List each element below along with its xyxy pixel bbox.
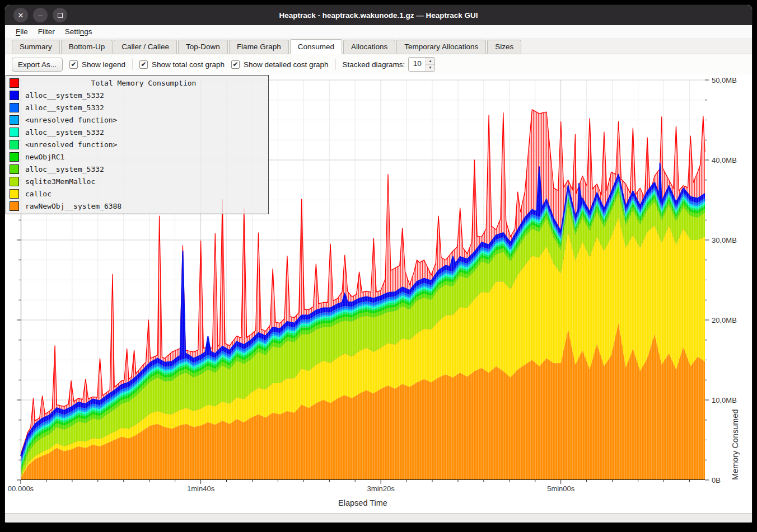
toolbar-separator	[132, 59, 133, 70]
checkbox-label: Show detailed cost graph	[244, 60, 329, 69]
x-axis-tick-label: 1min40s	[176, 484, 226, 493]
tab-top-down[interactable]: Top-Down	[178, 40, 228, 54]
tab-caller-callee[interactable]: Caller / Callee	[114, 40, 177, 54]
show-total-cost-checkbox[interactable]: ✔ Show total cost graph	[139, 60, 225, 69]
window-title: Heaptrack - heaptrack.wakunode.1.gz — He…	[5, 11, 752, 20]
checkbox-label: Show total cost graph	[152, 60, 225, 69]
tab-consumed[interactable]: Consumed	[290, 39, 342, 54]
tab-summary[interactable]: Summary	[12, 40, 60, 54]
legend-item: alloc__system_5332	[6, 163, 268, 175]
legend-swatch	[10, 152, 19, 162]
app-window: ✕ – Heaptrack - heaptrack.wakunode.1.gz …	[4, 4, 753, 523]
tab-allocations[interactable]: Allocations	[343, 40, 395, 54]
legend-item: calloc	[6, 187, 268, 200]
toolbar-separator	[335, 59, 336, 70]
legend-item-label: rawNewObj__system_6388	[25, 202, 122, 210]
show-legend-checkbox[interactable]: ✔ Show legend	[69, 60, 125, 69]
legend-item-label: alloc__system_5332	[25, 128, 104, 136]
legend-item: <unresolved function>	[6, 138, 268, 150]
menu-file[interactable]: File	[11, 26, 33, 37]
window-bottom-strip	[5, 513, 752, 522]
legend-swatch	[10, 78, 19, 88]
x-axis-tick-label: 00.000s	[4, 484, 46, 493]
legend-item-label: alloc__system_5332	[25, 91, 104, 100]
stacked-diagrams-label: Stacked diagrams:	[343, 60, 405, 69]
title-bar[interactable]: ✕ – Heaptrack - heaptrack.wakunode.1.gz …	[5, 5, 752, 25]
consumed-chart: Total Memory Consumption alloc__system_5…	[5, 74, 752, 513]
chart-legend: Total Memory Consumption alloc__system_5…	[6, 75, 269, 214]
legend-title: Total Memory Consumption	[19, 79, 268, 87]
x-axis-tick-label: 3min20s	[356, 484, 406, 493]
legend-item: alloc__system_5332	[6, 126, 268, 138]
checkbox-checked-icon: ✔	[69, 60, 78, 69]
legend-swatch	[10, 128, 19, 137]
tab-flame-graph[interactable]: Flame Graph	[229, 40, 289, 54]
legend-item: rawNewObj__system_6388	[6, 200, 268, 212]
legend-swatch	[10, 189, 19, 199]
legend-item-label: newObjRC1	[25, 153, 64, 161]
export-as-button[interactable]: Export As...	[12, 58, 63, 72]
show-detailed-cost-checkbox[interactable]: ✔ Show detailed cost graph	[231, 60, 329, 69]
legend-item-label: <unresolved function>	[25, 140, 117, 149]
menu-settings[interactable]: Settings	[60, 26, 97, 37]
tab-bar: Summary Bottom-Up Caller / Callee Top-Do…	[5, 39, 752, 54]
legend-swatch	[10, 103, 19, 112]
legend-item-label: sqlite3MemMalloc	[25, 177, 95, 186]
stacked-diagrams-value[interactable]: 10	[409, 58, 426, 71]
chart-toolbar: Export As... ✔ Show legend ✔ Show total …	[5, 54, 752, 74]
legend-swatch	[10, 201, 19, 211]
legend-swatch	[10, 164, 19, 174]
checkbox-checked-icon: ✔	[231, 60, 240, 69]
menu-bar: FileFilterSettings	[5, 25, 752, 39]
x-axis-title: Elapsed Time	[21, 498, 705, 507]
legend-item-label: alloc__system_5332	[25, 165, 104, 173]
legend-swatch	[10, 140, 19, 149]
spinner-up-icon[interactable]: ▲	[426, 58, 434, 65]
checkbox-label: Show legend	[82, 60, 125, 69]
y-axis-tick-label: 0B	[712, 476, 721, 484]
legend-swatch	[10, 115, 19, 125]
legend-item: newObjRC1	[6, 150, 268, 163]
tab-sizes[interactable]: Sizes	[487, 40, 521, 54]
legend-swatch	[10, 91, 19, 100]
legend-title-row: Total Memory Consumption	[6, 77, 268, 89]
checkbox-checked-icon: ✔	[139, 60, 148, 69]
legend-item: alloc__system_5332	[6, 89, 268, 101]
x-axis-tick-label: 5min00s	[536, 484, 586, 493]
legend-item-label: <unresolved function>	[25, 116, 117, 124]
y-axis-title: Memory Consumed	[731, 80, 740, 480]
menu-filter[interactable]: Filter	[33, 26, 60, 37]
tab-bottom-up[interactable]: Bottom-Up	[61, 40, 113, 54]
legend-item: <unresolved function>	[6, 114, 268, 126]
stacked-diagrams-spinner[interactable]: 10 ▲ ▼	[408, 57, 434, 72]
legend-swatch	[10, 177, 19, 186]
legend-item: sqlite3MemMalloc	[6, 175, 268, 187]
tab-temporary-allocations[interactable]: Temporary Allocations	[396, 40, 486, 54]
legend-item: alloc__system_5332	[6, 101, 268, 114]
legend-item-label: alloc__system_5332	[25, 103, 104, 112]
legend-item-label: calloc	[25, 190, 52, 198]
spinner-down-icon[interactable]: ▼	[426, 65, 434, 72]
